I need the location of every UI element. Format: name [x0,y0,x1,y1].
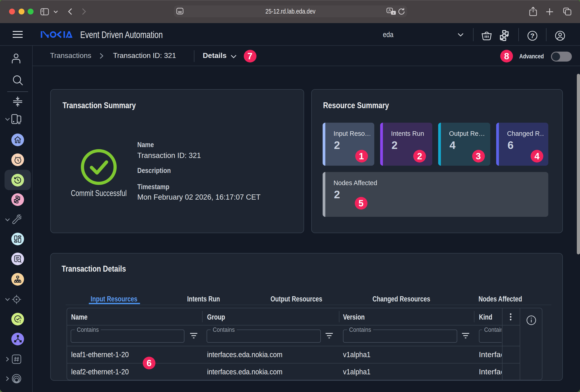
svg-text:?: ? [530,32,535,39]
svg-text:A: A [388,8,391,12]
svg-text:x: x [393,11,395,14]
